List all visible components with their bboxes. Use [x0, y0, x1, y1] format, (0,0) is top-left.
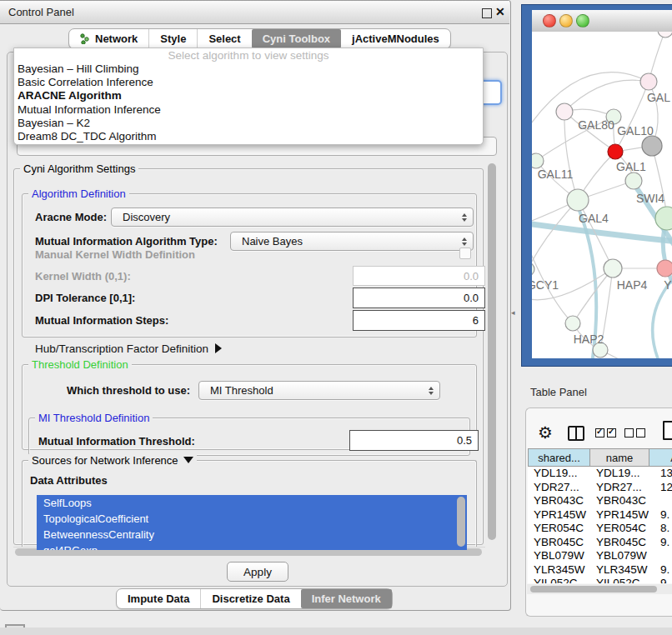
minimize-traffic-light-icon[interactable]: [559, 14, 573, 28]
which-threshold-value: MI Threshold: [210, 384, 273, 397]
algorithm-menu-item[interactable]: Mutual Information Inference: [14, 103, 483, 117]
tab-network[interactable]: Network: [69, 29, 148, 48]
tab-jactivemnodules[interactable]: jActiveMNodules: [341, 29, 450, 48]
network-edge[interactable]: [564, 80, 649, 112]
table-cell: YPR145W: [590, 508, 649, 522]
network-window-titlebar[interactable]: [532, 10, 672, 32]
control-panel-title: Control Panel: [8, 1, 74, 23]
hub-factor-expander[interactable]: Hub/Transcription Factor Definition: [35, 342, 222, 355]
network-node-label: SWI4: [636, 192, 664, 205]
network-node[interactable]: [567, 189, 589, 211]
table-row[interactable]: YBR043CYBR043C: [528, 494, 672, 508]
sources-group-title[interactable]: Sources for Network Inference: [28, 454, 197, 467]
network-view-canvas[interactable]: GALGAL80GAL10GAL1GAL11SWI4GAL4GCY1HAP4YH…: [532, 32, 672, 358]
mi-steps-label: Mutual Information Steps:: [35, 314, 168, 327]
network-node[interactable]: [604, 259, 622, 278]
mi-steps-input[interactable]: 6: [353, 310, 485, 331]
network-edge[interactable]: [532, 223, 672, 242]
algorithm-menu-item[interactable]: Dream8 DC_TDC Algorithm: [14, 130, 483, 143]
split-columns-icon[interactable]: [568, 426, 584, 441]
table-row[interactable]: YER054CYER054C8.: [528, 522, 672, 536]
network-node[interactable]: [608, 144, 623, 159]
table-row[interactable]: YDR27...YDR27...12: [528, 481, 672, 495]
network-edge[interactable]: [532, 200, 578, 269]
select-all-columns-icon[interactable]: [595, 428, 619, 438]
table-cell: YER054C: [528, 522, 590, 536]
apply-button[interactable]: Apply: [227, 562, 288, 582]
tab-style[interactable]: Style: [148, 29, 197, 48]
attribute-list-item[interactable]: SelfLoops: [37, 495, 467, 511]
network-node-label: GAL4: [579, 212, 609, 225]
attribute-list-item[interactable]: TopologicalCoefficient: [37, 511, 467, 527]
network-edge[interactable]: [564, 112, 578, 200]
network-node[interactable]: [625, 172, 642, 189]
deselect-all-columns-icon[interactable]: [624, 428, 648, 438]
hub-factor-label: Hub/Transcription Factor Definition: [35, 342, 208, 355]
network-node[interactable]: [532, 262, 534, 276]
mi-threshold-input[interactable]: 0.5: [349, 430, 479, 451]
network-edge[interactable]: [600, 350, 657, 358]
table-cell: [649, 549, 672, 563]
close-traffic-light-icon[interactable]: [543, 14, 556, 28]
mi-threshold-label: Mutual Information Threshold:: [38, 435, 195, 448]
network-node[interactable]: [565, 316, 580, 331]
settings-vscroll-thumb[interactable]: [488, 163, 496, 540]
table-rows: YDL19...YDL19...13YDR27...YDR27...12YBR0…: [528, 467, 672, 583]
algorithm-menu-item[interactable]: ARACNE Algorithm: [14, 89, 483, 102]
tab-label: Discretize Data: [212, 592, 289, 605]
network-node[interactable]: [532, 153, 544, 168]
table-row[interactable]: YBR045CYBR045C9.: [528, 536, 672, 550]
manual-kernel-width-label: Manual Kernel Width Definition: [35, 248, 195, 261]
attribute-list-item[interactable]: gal4RGexp: [37, 542, 467, 550]
network-node[interactable]: [657, 260, 672, 277]
mi-threshold-group-title: MI Threshold Definition: [35, 412, 153, 424]
table-row[interactable]: YBL079WYBL079W: [528, 549, 672, 563]
attributes-list-scrollbar[interactable]: [457, 497, 465, 547]
algorithm-menu-item[interactable]: Basic Correlation Inference: [14, 76, 483, 89]
table-cell: YDR27...: [590, 481, 649, 495]
table-cell: YIL052C: [590, 577, 649, 583]
table-row[interactable]: YIL052CYIL052C9.: [528, 577, 672, 583]
tab-discretize-data[interactable]: Discretize Data: [200, 589, 300, 608]
which-threshold-select[interactable]: MI Threshold: [198, 381, 440, 400]
algorithm-dropdown-menu: Select algorithm to view settings Bayesi…: [13, 48, 484, 145]
app-background: Control Panel ✕ NetworkStyleSelectCyni T…: [0, 0, 672, 635]
table-cell: 13: [649, 467, 672, 481]
table-header-cell[interactable]: name: [590, 448, 649, 467]
tab-infer-network[interactable]: Infer Network: [301, 589, 392, 608]
network-node[interactable]: [640, 73, 657, 90]
close-icon[interactable]: ✕: [495, 5, 505, 18]
dpi-tolerance-input[interactable]: 0.0: [353, 288, 485, 308]
network-node[interactable]: [642, 136, 662, 156]
table-cell: YIL052C: [528, 577, 590, 583]
which-threshold-label: Which threshold to use:: [67, 384, 190, 397]
table-row[interactable]: YPR145WYPR145W9.: [528, 508, 672, 522]
float-window-icon[interactable]: [482, 8, 492, 18]
table-row[interactable]: YLR345WYLR345W9.: [528, 563, 672, 578]
tab-cyni-toolbox[interactable]: Cyni Toolbox: [252, 29, 341, 48]
network-node-label: GAL1: [616, 160, 646, 173]
manual-kernel-width-checkbox[interactable]: [459, 248, 471, 259]
aracne-mode-select[interactable]: Discovery: [111, 208, 474, 227]
table-header-cell[interactable]: A: [649, 448, 672, 467]
tab-select[interactable]: Select: [197, 29, 251, 48]
algorithm-menu-item[interactable]: Bayesian – Hill Climbing: [14, 62, 483, 76]
network-node[interactable]: [556, 103, 573, 120]
attribute-list-item[interactable]: BetweennessCentrality: [37, 527, 467, 542]
table-header-cell[interactable]: shared...: [528, 448, 590, 467]
kernel-width-input[interactable]: 0.0: [353, 266, 485, 286]
page-icon[interactable]: [663, 421, 672, 440]
table-hscroll-thumb[interactable]: [530, 586, 657, 592]
table-cell: YDR27...: [528, 481, 590, 495]
tab-impute-data[interactable]: Impute Data: [117, 589, 200, 608]
network-node[interactable]: [655, 207, 672, 230]
mi-algorithm-type-select[interactable]: Naive Bayes: [230, 232, 474, 251]
splitpane-collapse-icon[interactable]: ◂: [511, 308, 515, 317]
network-node[interactable]: [658, 32, 672, 38]
table-settings-gear-icon[interactable]: ⚙: [538, 422, 553, 442]
table-row[interactable]: YDL19...YDL19...13: [528, 467, 672, 481]
algorithm-menu-item[interactable]: Bayesian – K2: [14, 117, 483, 130]
zoom-traffic-light-icon[interactable]: [576, 14, 589, 28]
table-cell: [649, 494, 672, 508]
network-graph[interactable]: GALGAL80GAL10GAL1GAL11SWI4GAL4GCY1HAP4YH…: [532, 32, 672, 358]
